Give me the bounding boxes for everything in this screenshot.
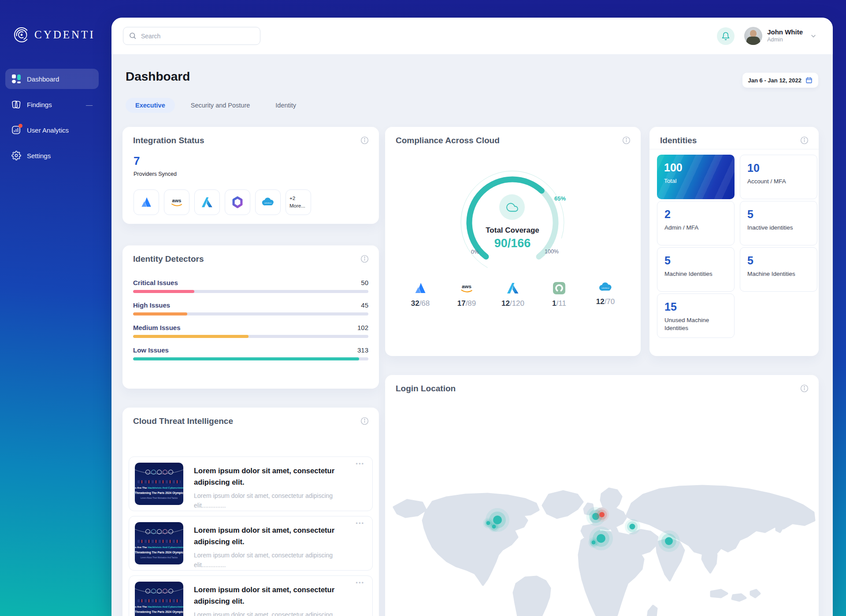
stat-total: /120 <box>510 299 524 308</box>
compliance-stat-aws: aws 17/89 <box>446 281 487 308</box>
info-icon[interactable] <box>622 136 631 145</box>
location-marker <box>492 525 496 529</box>
article-title: Lorem ipsum dolor sit amet, consectetur … <box>194 465 352 488</box>
identities-tile-machine-2: 5 Machine Identities <box>740 247 817 292</box>
article-title: Lorem ipsum dolor sit amet, consectetur … <box>194 584 352 607</box>
card-title: Integration Status <box>133 136 204 145</box>
salesforce-icon: salesforce <box>597 281 613 293</box>
sidebar-item-label: User Analytics <box>27 126 69 134</box>
gauge-max-label: 100% <box>540 249 563 255</box>
main-panel: John White Admin Dashboard Jan 6 - Jan 1… <box>111 18 833 616</box>
gauge-pct-label: 65% <box>554 195 566 202</box>
tile-value: 15 <box>664 301 727 313</box>
tile-label: Account / MFA <box>747 178 810 186</box>
tab-security-and-posture[interactable]: Security and Posture <box>181 98 260 113</box>
notifications-button[interactable] <box>717 27 735 45</box>
sidebar-item-settings[interactable]: Settings <box>5 145 99 166</box>
article-title: Lorem ipsum dolor sit amet, consectetur … <box>194 525 352 547</box>
page-title: Dashboard <box>126 70 190 84</box>
sidebar-nav: Dashboard Findings — Us <box>5 69 99 166</box>
search-input[interactable] <box>123 27 260 45</box>
detector-label: High Issues <box>133 301 170 309</box>
tab-identity[interactable]: Identity <box>266 98 306 113</box>
article-thumbnail: o Are The Hacktivists And Cybercrimin Th… <box>135 522 183 564</box>
identities-tile-account-mfa: 10 Account / MFA <box>740 155 817 199</box>
identities-grid: 100 Total 10 Account / MFA 2 Admin / MFA… <box>657 155 817 338</box>
detector-value: 102 <box>357 324 368 331</box>
dashboard-tabs: Executive Security and Posture Identity <box>126 98 306 113</box>
info-icon[interactable] <box>360 136 369 145</box>
article-excerpt: Lorem ipsum dolor sit amet, consectetur … <box>194 610 352 616</box>
user-menu[interactable]: John White Admin <box>767 28 803 43</box>
date-range-picker[interactable]: Jan 6 - Jan 12, 2022 <box>742 73 818 88</box>
atlassian-icon <box>140 196 153 209</box>
provider-tile-microsoft365[interactable] <box>225 189 250 215</box>
microsoft365-icon <box>231 196 244 209</box>
info-icon[interactable] <box>360 416 369 426</box>
detector-row: Medium Issues 102 <box>133 324 368 338</box>
chevron-down-icon[interactable] <box>810 33 817 40</box>
stat-value: 17 <box>457 299 466 308</box>
detector-rows: Critical Issues 50 High Issues 45 Medium… <box>133 279 368 369</box>
detector-row: Low Issues 313 <box>133 346 368 360</box>
dashboard-icon <box>11 74 21 84</box>
brand-name: CYDENTI <box>34 29 95 41</box>
sidebar-item-label: Findings <box>27 101 52 108</box>
sidebar-item-label: Settings <box>27 152 51 160</box>
stat-value: 12 <box>501 299 510 308</box>
compliance-provider-stats: 32/68 aws 17/89 12/120 <box>400 281 626 308</box>
provider-tile-aws[interactable]: aws <box>164 189 189 215</box>
integration-status-card: Integration Status 7 Providers Synced aw… <box>122 127 379 224</box>
identities-card: Identities 100 Total 10 Account / MFA 2 … <box>649 127 819 356</box>
tile-value: 10 <box>747 162 810 174</box>
progress-fill <box>133 290 194 293</box>
info-icon[interactable] <box>360 254 369 263</box>
kebab-menu-icon[interactable]: ••• <box>356 520 364 527</box>
progress-fill <box>133 312 187 315</box>
compliance-stat-azure: 12/120 <box>493 281 533 308</box>
tab-executive[interactable]: Executive <box>126 98 175 113</box>
login-location-card: Login Location <box>385 375 819 616</box>
providers-more-tile[interactable]: +2 More... <box>286 189 311 215</box>
location-marker <box>599 512 605 517</box>
date-range-label: Jan 6 - Jan 12, 2022 <box>748 77 801 84</box>
detector-row: Critical Issues 50 <box>133 279 368 293</box>
tile-value: 5 <box>664 254 727 267</box>
sidebar-item-findings[interactable]: Findings — <box>5 94 99 115</box>
svg-text:aws: aws <box>462 283 472 289</box>
provider-tile-atlassian[interactable] <box>134 189 159 215</box>
identity-detectors-card: Identity Detectors Critical Issues 50 Hi… <box>122 245 379 389</box>
kebab-menu-icon[interactable]: ••• <box>356 460 364 467</box>
provider-tile-azure[interactable] <box>194 189 220 215</box>
tile-label: Machine Identities <box>664 270 727 278</box>
kebab-menu-icon[interactable]: ••• <box>356 579 364 586</box>
avatar[interactable] <box>744 27 762 45</box>
sidebar-item-user-analytics[interactable]: User Analytics <box>5 120 99 140</box>
cloud-icon <box>506 201 518 213</box>
provider-tile-salesforce[interactable]: salesforce <box>255 189 281 215</box>
more-count: +2 <box>289 195 295 202</box>
identities-tile-machine-1: 5 Machine Identities <box>657 247 735 292</box>
detector-value: 313 <box>357 346 368 354</box>
findings-icon <box>11 100 21 109</box>
provider-tiles: aws <box>134 189 311 215</box>
fingerprint-logo-icon <box>13 26 30 43</box>
identities-tile-inactive: 5 Inactive identities <box>740 201 817 245</box>
progress-track <box>133 335 368 338</box>
sidebar-item-dashboard[interactable]: Dashboard <box>5 69 99 89</box>
azure-icon <box>200 196 214 209</box>
notification-dot <box>19 124 22 128</box>
tile-label: Inactive identities <box>747 224 810 232</box>
article-item[interactable]: o Are The Hacktivists And Cybercrimin Th… <box>129 575 373 616</box>
info-icon[interactable] <box>800 136 809 145</box>
threat-intelligence-card: Cloud Threat Intelligence o Are The Hack… <box>122 408 379 616</box>
location-marker <box>665 537 673 545</box>
salesforce-icon: salesforce <box>260 197 275 208</box>
article-item[interactable]: o Are The Hacktivists And Cybercrimin Th… <box>129 456 373 511</box>
search-icon <box>129 32 137 40</box>
article-item[interactable]: o Are The Hacktivists And Cybercrimin Th… <box>129 516 373 571</box>
card-title: Identities <box>660 136 697 145</box>
providers-synced-label: Providers Synced <box>134 171 177 177</box>
detector-label: Medium Issues <box>133 324 181 331</box>
findings-collapse-dash[interactable]: — <box>86 101 93 108</box>
